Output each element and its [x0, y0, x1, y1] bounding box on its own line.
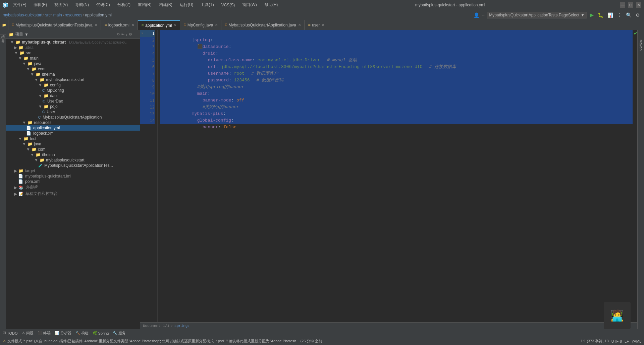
iml-file-icon: 📄	[18, 174, 23, 179]
list-item[interactable]: C MpConfig	[6, 88, 140, 93]
list-item[interactable]: 📄 pom.xml	[6, 179, 140, 184]
breadcrumb-resources[interactable]: resources	[65, 13, 83, 17]
tree-node-label: mybatisplusquickstart	[46, 77, 85, 82]
list-item[interactable]: C MybatisplusQuickstartApplication	[6, 115, 140, 120]
list-item[interactable]: ▶ 📁 .idea	[6, 45, 140, 50]
expand-all-icon[interactable]: ↕	[126, 32, 128, 37]
list-item[interactable]: ▶ 📁 target	[6, 168, 140, 174]
nav-back-icon[interactable]: ←	[481, 12, 485, 18]
build-button[interactable]: 🔨 构建	[75, 331, 89, 336]
menu-run[interactable]: 运行(U)	[177, 1, 196, 8]
menu-window[interactable]: 窗口(W)	[239, 1, 259, 8]
tab-mybatisplus-test[interactable]: C MybatisplusQuickstartApplicationTests.…	[8, 20, 101, 30]
menu-view[interactable]: 视图(V)	[52, 1, 70, 8]
list-item[interactable]: ▼ 📁 itheima	[6, 152, 140, 157]
breadcrumb-main[interactable]: main	[53, 13, 62, 17]
menu-refactor[interactable]: 重构(R)	[135, 1, 154, 8]
structure-tab[interactable]: 结构	[0, 30, 6, 34]
todo-button[interactable]: ☑ TODO	[3, 331, 18, 335]
menu-code[interactable]: 代码(C)	[94, 1, 113, 8]
services-tab[interactable]: 服务	[0, 34, 6, 39]
list-item[interactable]: ▼ 📁 itheima	[6, 72, 140, 77]
spring-button[interactable]: 🌿 Spring	[93, 331, 109, 335]
tab-mybatisplus-app[interactable]: C MybatisplusQuickstartApplication.java …	[221, 20, 305, 30]
menu-help[interactable]: 帮助(H)	[262, 1, 281, 8]
run-with-coverage-button[interactable]: 📊	[606, 12, 614, 18]
breadcrumb-file[interactable]: application.yml	[85, 13, 111, 17]
list-item[interactable]: ▼ 📁 com	[6, 66, 140, 72]
list-item[interactable]: ▶ 📝 草稿文件和控制台	[6, 191, 140, 197]
tree-node-label: User	[47, 110, 55, 114]
tree-node-label: .idea	[25, 45, 34, 50]
tab-user[interactable]: ≋ user ✕	[305, 20, 328, 30]
breadcrumb-src[interactable]: src	[45, 13, 51, 17]
expand-icon: ▼	[22, 61, 26, 66]
list-item[interactable]: ▼ 📁 com	[6, 147, 140, 152]
list-item[interactable]: ▼ 📁 mybatisplusquickstart	[6, 157, 140, 163]
collapse-all-icon[interactable]: ⇤	[121, 32, 124, 37]
menu-analyze[interactable]: 分析(Z)	[115, 1, 133, 8]
list-item[interactable]: ▶ 📚 外部库	[6, 184, 140, 191]
list-item[interactable]: C User	[6, 109, 140, 115]
list-item[interactable]: ▼ 📁 java	[6, 141, 140, 147]
sync-files-icon[interactable]: ⟳	[117, 32, 120, 37]
tab-logback[interactable]: ≋ logback.xml ✕	[101, 20, 138, 30]
breadcrumb-project[interactable]: mybatisplus-quickstart	[3, 13, 43, 17]
more-run-options-button[interactable]: ⋮	[616, 12, 623, 18]
list-item[interactable]: ▼ 📁 resources	[6, 120, 140, 125]
code-content-area[interactable]: |spring: ⬛datasource: druid: driver-clas…	[158, 30, 633, 329]
user-avatar-icon[interactable]: 👤	[474, 12, 479, 18]
tab-close-icon[interactable]: ✕	[174, 23, 176, 27]
tab-application-yml[interactable]: ≋ application.yml ✕	[138, 20, 180, 30]
close-button[interactable]: ✕	[636, 2, 641, 8]
menu-nav[interactable]: 导航(N)	[72, 1, 92, 8]
run-config-dropdown[interactable]: MybatisplusQuickstartApplicationTests.Pa…	[487, 12, 587, 18]
profiler-button[interactable]: 📊 分析器	[55, 331, 71, 336]
tree-node-label: MybatisplusQuickstartApplication	[43, 115, 102, 120]
search-everywhere-button[interactable]: 🔍	[625, 12, 633, 18]
list-item[interactable]: ▼ 📁 test	[6, 136, 140, 141]
tree-node-label: MybatisplusQuickstartApplicationTes...	[44, 163, 113, 168]
hide-panel-icon[interactable]: —	[133, 32, 137, 37]
maximize-button[interactable]: □	[628, 2, 633, 8]
settings-button[interactable]: ⚙	[634, 12, 641, 18]
tab-close-icon[interactable]: ✕	[131, 23, 134, 27]
tree-node-label: main	[30, 56, 39, 61]
menu-edit[interactable]: 编辑(E)	[31, 1, 50, 8]
list-item[interactable]: ▼ 📁 config	[6, 82, 140, 88]
list-item[interactable]: 📄 mybatisplus-quickstart.iml	[6, 174, 140, 179]
list-item[interactable]: ① UserDao	[6, 98, 140, 104]
tab-mpconfig[interactable]: C MpConfig.java ✕	[180, 20, 221, 30]
project-sidebar-toggle[interactable]: 📁	[0, 20, 8, 30]
services-button[interactable]: 🔧 服务	[113, 331, 126, 336]
tab-close-icon[interactable]: ✕	[215, 23, 218, 27]
list-item[interactable]: ▼ 📁 dao	[6, 93, 140, 98]
list-item[interactable]: 🧪 MybatisplusQuickstartApplicationTes...	[6, 163, 140, 168]
list-item[interactable]: 📄 application.yml	[6, 125, 140, 131]
tab-close-icon[interactable]: ✕	[298, 23, 301, 27]
tree-settings-icon[interactable]: ⚙	[129, 32, 132, 37]
menu-file[interactable]: 文件(F)	[10, 1, 29, 8]
list-item[interactable]: 📄 logback.xml	[6, 131, 140, 136]
dropdown-chevron-icon[interactable]: ▼	[24, 32, 29, 37]
menu-build[interactable]: 构建(B)	[156, 1, 175, 8]
tab-close-icon[interactable]: ✕	[322, 23, 324, 27]
list-item[interactable]: ▼ 📁 pojo	[6, 104, 140, 109]
list-item[interactable]: ▼ 📁 java	[6, 61, 140, 66]
menu-tools[interactable]: 工具(T)	[198, 1, 216, 8]
list-item[interactable]: ▼ 📁 mybatisplus-quickstart D:\Java\Java-…	[6, 40, 140, 45]
list-item[interactable]: ▼ 📁 mybatisplusquickstart	[6, 77, 140, 82]
list-item[interactable]: ▼ 📁 src	[6, 50, 140, 56]
tab-close-icon[interactable]: ✕	[95, 23, 97, 27]
terminal-button[interactable]: ⬛ 终端	[38, 331, 51, 336]
run-button[interactable]: ▶	[588, 11, 595, 19]
list-item[interactable]: ▼ 📁 main	[6, 56, 140, 61]
problems-button[interactable]: ⚠ 问题	[22, 331, 34, 336]
java-folder-icon: 📁	[28, 61, 33, 66]
debug-button[interactable]: 🐛	[596, 12, 605, 18]
maven-panel-label[interactable]: Maven	[638, 37, 644, 53]
menu-vcs[interactable]: VCS(S)	[219, 2, 238, 8]
code-editor[interactable]: ▼ 1 2	[140, 30, 637, 329]
tree-node-label: MpConfig	[47, 88, 64, 93]
minimize-button[interactable]: —	[620, 2, 625, 8]
